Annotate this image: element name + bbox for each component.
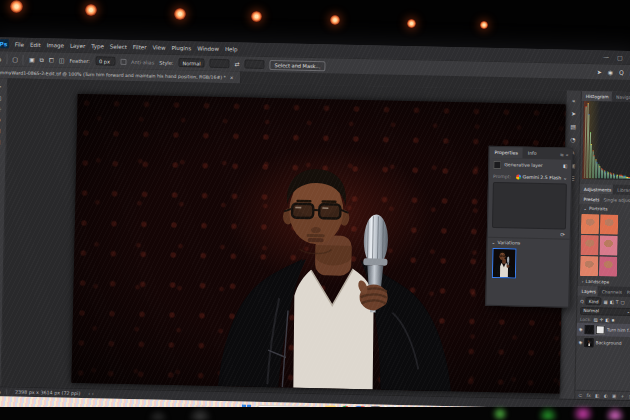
tool-clone-stamp[interactable]: ⊚ — [0, 180, 3, 191]
layer-thumbnail[interactable] — [584, 338, 593, 347]
notifications-icon[interactable]: ◉ — [608, 68, 613, 75]
home-icon[interactable]: ⌂ — [0, 55, 1, 62]
menu-file[interactable]: File — [15, 41, 24, 47]
variation-thumbnail-selected[interactable] — [492, 248, 517, 279]
preset-portrait-thumbnail[interactable] — [600, 214, 618, 234]
panel-menu-icon[interactable]: ≡ « — [555, 148, 572, 159]
tool-rectangular-marquee[interactable]: ▢ — [0, 92, 5, 103]
tool-rectangle[interactable]: ◻ — [0, 268, 1, 279]
menu-plugins[interactable]: Plugins — [171, 44, 191, 50]
layer-badge-icon[interactable]: ◧ — [563, 163, 567, 168]
tool-eraser[interactable]: ▭ — [0, 191, 3, 202]
filter-adjustment-icon[interactable]: ◧ — [610, 299, 614, 304]
layer-thumbnail[interactable] — [585, 325, 594, 334]
menu-layer[interactable]: Layer — [70, 42, 85, 48]
layer-row-generative[interactable]: ◉ Turn him forward and m... — [577, 323, 630, 337]
preset-portrait-thumbnail[interactable] — [599, 256, 617, 276]
filter-type-icon[interactable]: T — [616, 299, 619, 304]
tool-move[interactable]: ✛ — [0, 81, 6, 92]
layers-action-icon-1[interactable]: fx — [586, 393, 590, 398]
selection-subtract-icon[interactable]: ⧠ — [49, 56, 54, 64]
collapsed-panel-icon-1[interactable]: ➤ — [571, 110, 576, 117]
tab-properties[interactable]: Properties — [489, 147, 522, 159]
regenerate-icon[interactable]: ⟳ — [560, 231, 565, 237]
layers-action-icon-2[interactable]: ◧ — [595, 393, 599, 398]
preset-portrait-thumbnail[interactable] — [580, 235, 598, 255]
menu-edit[interactable]: Edit — [30, 41, 41, 47]
photoshop-logo-icon[interactable]: Ps — [0, 39, 9, 48]
variations-header[interactable]: ⌄ Variations — [488, 237, 570, 249]
layers-action-icon-4[interactable]: ▣ — [612, 393, 616, 398]
menu-select[interactable]: Select — [110, 43, 127, 49]
select-and-mask-button[interactable]: Select and Mask... — [270, 60, 326, 71]
lock-artboard-icon[interactable]: ◧ — [605, 317, 609, 322]
tool-path-selection[interactable]: ▶ — [0, 257, 2, 268]
search-icon[interactable]: Q — [619, 69, 624, 76]
layer-mask-thumbnail[interactable] — [596, 325, 605, 334]
style-select[interactable]: Normal — [178, 58, 204, 68]
layer-row-background[interactable]: ◉ Background ▪ — [576, 336, 630, 350]
layers-action-icon-0[interactable]: ⊂ — [578, 392, 582, 397]
visibility-eye-icon[interactable]: ◉ — [578, 340, 582, 345]
menu-window[interactable]: Window — [197, 45, 219, 51]
filter-search-icon[interactable]: Q — [580, 298, 584, 303]
maximize-button[interactable]: ▢ — [617, 54, 623, 61]
tool-frame[interactable]: ▣ — [0, 136, 4, 147]
tool-crop[interactable]: ⊞ — [0, 125, 5, 136]
menu-image[interactable]: Image — [47, 42, 64, 48]
selection-add-icon[interactable]: ⧉ — [40, 56, 44, 64]
height-input[interactable] — [245, 60, 265, 69]
tab-libraries[interactable]: Libraries — [613, 185, 630, 196]
menu-view[interactable]: View — [152, 44, 165, 50]
tool-type[interactable]: T — [0, 246, 2, 257]
tool-spot-healing-brush[interactable]: ⊕ — [0, 158, 4, 169]
tool-gradient[interactable]: ▤ — [0, 202, 3, 213]
tool-brush[interactable]: ✑ — [0, 169, 4, 180]
tool-eyedropper[interactable]: ✒ — [0, 147, 4, 158]
lock-all-icon[interactable]: ▪ — [611, 317, 614, 322]
menu-type[interactable]: Type — [91, 43, 104, 49]
tab-navigator[interactable]: Navigator — [612, 92, 630, 103]
model-selector[interactable]: Gemini 2.5 Flash ⌄ — [516, 174, 568, 180]
selection-intersect-icon[interactable]: ◫ — [59, 56, 65, 63]
lock-position-icon[interactable]: ✛ — [600, 317, 604, 322]
tool-hand[interactable]: ✥ — [0, 279, 1, 290]
preset-portrait-thumbnail[interactable] — [580, 256, 598, 276]
tool-dodge[interactable]: ◐ — [0, 224, 2, 235]
menu-filter[interactable]: Filter — [133, 44, 147, 50]
share-icon[interactable]: ➤ — [597, 68, 602, 75]
collapsed-panel-icon-2[interactable]: ▤ — [570, 123, 576, 130]
tool-object-selection[interactable]: ⊙ — [0, 114, 5, 125]
tab-presets[interactable]: Presets — [579, 194, 599, 204]
lock-transparency-icon[interactable]: ▨ — [593, 317, 597, 322]
tab-layers[interactable]: Layers — [577, 286, 597, 296]
canvas-area[interactable]: Properties Info ≡ « Generative layer ◧ P… — [1, 78, 566, 398]
preset-portrait-thumbnail[interactable] — [581, 214, 599, 234]
status-chevrons[interactable]: › ‹ — [88, 391, 93, 396]
layers-action-icon-3[interactable]: ◐ — [604, 393, 608, 398]
collapsed-panel-icon-0[interactable]: « — [572, 97, 576, 104]
link-dimensions-icon[interactable]: ⇄ — [235, 60, 240, 67]
selection-new-icon[interactable]: ▣ — [29, 56, 35, 63]
layers-action-icon-5[interactable]: + — [621, 393, 625, 398]
prompt-textarea[interactable] — [492, 182, 567, 230]
layer-name[interactable]: Background — [595, 340, 628, 346]
minimize-button[interactable]: — — [603, 53, 609, 60]
tab-channels[interactable]: Channels — [598, 286, 623, 297]
tool-lasso[interactable]: ◌ — [0, 103, 5, 114]
layer-name[interactable]: Turn him forward and m... — [607, 327, 630, 333]
width-input[interactable] — [210, 59, 230, 68]
anti-alias-checkbox[interactable] — [120, 58, 126, 64]
menu-help[interactable]: Help — [225, 46, 238, 52]
tool-preset-icon[interactable]: ▢ — [12, 55, 18, 62]
tab-histogram[interactable]: Histogram — [582, 91, 612, 102]
tool-pen[interactable]: ✎ — [0, 235, 2, 246]
tool-zoom[interactable]: ◍ — [0, 290, 1, 301]
tab-close-icon[interactable]: × — [230, 75, 234, 80]
tab-paths[interactable]: Pat — [623, 287, 630, 297]
visibility-eye-icon[interactable]: ◉ — [579, 327, 583, 332]
layer-filter-select[interactable]: Kind — [586, 297, 602, 305]
preset-portrait-thumbnail[interactable] — [599, 235, 617, 255]
tab-info[interactable]: Info — [523, 148, 542, 159]
tool-blur[interactable]: ◑ — [0, 213, 3, 224]
